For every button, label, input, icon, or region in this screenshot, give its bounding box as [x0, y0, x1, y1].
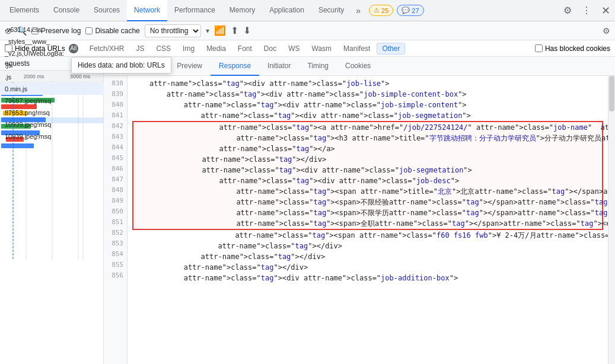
- file-item-8[interactable]: 10939.jpeg!msq: [0, 119, 104, 130]
- line-number-844: 844: [104, 142, 127, 153]
- line-number-840: 840: [104, 100, 127, 110]
- tab-elements[interactable]: Elements: [2, 0, 46, 21]
- subtab-initiator[interactable]: Initiator: [259, 57, 299, 76]
- line-numbers: 8388398408418428438448458468478488498508…: [104, 76, 128, 364]
- tooltip-box: Hides data: and blob: URLs: [71, 57, 171, 74]
- svg-rect-13: [1, 143, 34, 148]
- warning-badge[interactable]: ⚠ 25: [369, 5, 393, 16]
- subtab-timing[interactable]: Timing: [299, 57, 337, 76]
- code-line-854: attr-name">class="tag"></div>: [132, 251, 603, 262]
- scrollbar-track[interactable]: [608, 76, 615, 364]
- left-panel: equests 2000 ms 3000 ms: [0, 57, 104, 364]
- type-btn-doc[interactable]: Doc: [259, 43, 282, 55]
- type-btn-other[interactable]: Other: [377, 43, 405, 55]
- type-btn-media[interactable]: Media: [201, 43, 231, 55]
- has-blocked-cookies-checkbox[interactable]: Has blocked cookies: [535, 44, 610, 53]
- file-item-9[interactable]: 10939.jpeg!msq: [0, 130, 104, 142]
- info-badge[interactable]: 💬 27: [397, 5, 423, 16]
- line-number-843: 843: [104, 132, 127, 142]
- line-number-842: 842: [104, 121, 127, 132]
- code-line-855: attr-name">class="tag"></div>: [132, 262, 603, 273]
- line-number-838: 838: [104, 78, 127, 89]
- type-btn-js[interactable]: JS: [130, 43, 149, 55]
- upload-icon[interactable]: ⬆: [231, 25, 238, 36]
- tab-network[interactable]: Network: [127, 0, 167, 21]
- chat-icon: 💬: [401, 7, 410, 14]
- code-content[interactable]: attr-name">class="tag"><div attr-name">c…: [128, 76, 608, 364]
- subtabs: ✕ Headers Preview Response Initiator Tim…: [104, 57, 615, 76]
- line-number-854: 854: [104, 249, 127, 260]
- code-line-847: attr-name">class="tag"><div attr-name">c…: [132, 175, 603, 186]
- file-item-5[interactable]: 0.min.js: [0, 83, 104, 95]
- type-btn-manifest[interactable]: Manifest: [338, 43, 375, 55]
- file-item-6[interactable]: 79687.jpeg!msq: [0, 95, 104, 107]
- tab-performance[interactable]: Performance: [167, 0, 222, 21]
- type-btn-wasm[interactable]: Wasm: [307, 43, 337, 55]
- type-btn-font[interactable]: Font: [232, 43, 257, 55]
- line-number-851: 851: [104, 217, 127, 228]
- right-panel: ✕ Headers Preview Response Initiator Tim…: [104, 57, 615, 364]
- code-line-845: attr-name">class="tag"></div>: [132, 154, 603, 165]
- code-line-856: attr-name">class="tag"><div attr-name">c…: [132, 273, 603, 283]
- more-options-button[interactable]: ⋮: [579, 4, 594, 18]
- line-number-839: 839: [104, 89, 127, 100]
- tab-overflow-btn[interactable]: »: [351, 6, 365, 15]
- subtab-response[interactable]: Response: [211, 57, 259, 76]
- code-line-850: attr-name">class="tag"><span>不限学历attr-na…: [132, 207, 603, 218]
- throttle-chevron-icon: ▾: [206, 27, 209, 35]
- line-number-856: 856: [104, 270, 127, 281]
- code-line-853: attr-name">class="tag"></div>: [132, 241, 603, 251]
- code-line-839: attr-name">class="tag"><div attr-name">c…: [132, 89, 603, 100]
- devtools-tabbar: Elements Console Sources Network Perform…: [0, 0, 615, 21]
- throttle-select[interactable]: No throttling: [145, 24, 201, 37]
- line-number-846: 846: [104, 164, 127, 174]
- code-line-849: attr-name">class="tag"><span>不限经验attr-na…: [132, 197, 603, 207]
- tab-console[interactable]: Console: [46, 0, 87, 21]
- line-number-853: 853: [104, 238, 127, 249]
- tab-security[interactable]: Security: [311, 0, 351, 21]
- line-number-849: 849: [104, 196, 127, 206]
- line-number-852: 852: [104, 228, 127, 238]
- line-number-848: 848: [104, 185, 127, 196]
- code-line-838: attr-name">class="tag"><div attr-name">c…: [132, 78, 603, 89]
- warning-icon: ⚠: [374, 7, 380, 14]
- type-btn-css[interactable]: CSS: [151, 43, 176, 55]
- settings-button[interactable]: ⚙: [560, 4, 575, 18]
- close-devtools-button[interactable]: ✕: [598, 4, 613, 18]
- file-item-7[interactable]: 87653.png!msq: [0, 107, 104, 119]
- code-line-842: attr-name">class="tag"><a attr-name">hre…: [132, 121, 603, 133]
- subtab-cookies[interactable]: Cookies: [337, 57, 379, 76]
- download-icon[interactable]: ⬇: [243, 25, 251, 36]
- tab-sources[interactable]: Sources: [87, 0, 127, 21]
- line-number-845: 845: [104, 153, 127, 164]
- type-btn-ws[interactable]: WS: [283, 43, 305, 55]
- code-line-840: attr-name">class="tag"><div attr-name">c…: [132, 100, 603, 110]
- code-line-851: attr-name">class="tag"><span>全职attr-name…: [132, 218, 603, 230]
- line-number-841: 841: [104, 110, 127, 121]
- main-area: equests 2000 ms 3000 ms: [0, 57, 615, 364]
- type-btn-img[interactable]: Img: [177, 43, 200, 55]
- filter-settings-icon[interactable]: ⚙: [603, 26, 610, 36]
- code-line-852: attr-name">class="tag"><span attr-name">…: [132, 230, 603, 241]
- tab-application[interactable]: Application: [262, 0, 311, 21]
- subtab-preview[interactable]: Preview: [168, 57, 211, 76]
- code-line-848: attr-name">class="tag"><span attr-name">…: [132, 186, 603, 197]
- code-line-846: attr-name">class="tag"><div attr-name">c…: [132, 165, 603, 175]
- code-line-841: attr-name">class="tag"><div attr-name">c…: [132, 110, 603, 121]
- line-number-850: 850: [104, 206, 127, 217]
- line-number-847: 847: [104, 174, 127, 185]
- wifi-icon: 📶: [214, 25, 226, 36]
- code-line-844: attr-name">class="tag"></a>: [132, 143, 603, 154]
- scrollbar-thumb[interactable]: [609, 76, 614, 111]
- tab-badges: ⚠ 25 💬 27: [369, 5, 424, 16]
- tab-actions: ⚙ ⋮ ✕: [560, 4, 613, 18]
- code-viewer: 8388398408418428438448458468478488498508…: [104, 76, 615, 364]
- line-number-855: 855: [104, 260, 127, 270]
- code-line-843: attr-name">class="tag"><h3 attr-name">ti…: [132, 133, 603, 143]
- tab-memory[interactable]: Memory: [222, 0, 262, 21]
